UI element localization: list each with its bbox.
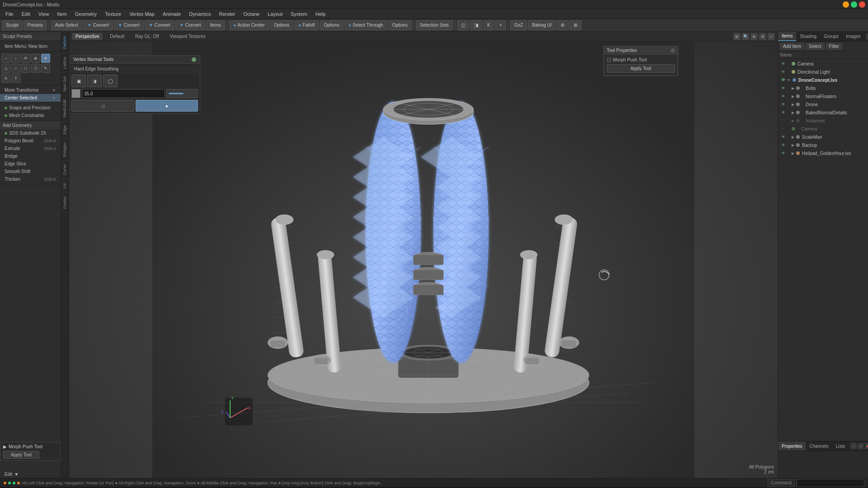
apply-tool-button[interactable]: Apply Tool [3,451,39,459]
vp-tab-perspective[interactable]: Perspective [72,33,103,40]
select-button[interactable]: Select [806,43,825,50]
tree-item-dirlight[interactable]: 👁 Directional Light [778,68,868,76]
sv-tab-fusion[interactable]: Fusion [61,192,69,212]
arrow-backup[interactable]: ▶ [792,143,794,147]
vnt-btn-1[interactable]: ◁ [71,100,134,112]
options-button-1[interactable]: Options [270,20,293,30]
menu-octane[interactable]: Octane [240,10,263,18]
eye-backup[interactable]: 👁 [780,142,786,148]
arrow-scaleman[interactable]: ▶ [792,135,794,139]
icon-btn-4[interactable]: + [495,20,506,30]
tree-item-drone[interactable]: 👁 ▶ Drone [778,100,868,108]
item-menu-item[interactable]: Item Menu: New Item [0,42,61,50]
menu-vertex-map[interactable]: Vertex Map [126,10,158,18]
rt-tab-shading[interactable]: Shading [796,32,820,41]
vp-tab-ray-gl[interactable]: Ray GL: Off [132,33,163,40]
convert-button-1[interactable]: ▼ Convert [83,20,113,30]
eye-drone[interactable]: 👁 [780,101,786,108]
sv-tab-mesh-edit[interactable]: Mesh Edit [61,95,69,121]
selection-sets-button[interactable]: Selection Sets [416,20,453,30]
goz-button[interactable]: GoZ [510,20,527,30]
baking-ui-button[interactable]: Baking UI [528,20,556,30]
eye-bakednormal[interactable]: 👁 [780,109,786,116]
sv-tab-lattice[interactable]: Lattice [61,53,69,73]
tool-props-header[interactable]: Tool Properties [604,47,678,55]
vp-icon-expand[interactable]: ⤢ [768,33,775,40]
rt-tab-images[interactable]: Images [842,32,864,41]
tree-item-normalfloaters[interactable]: 👁 ▶ NormalFloaters [778,92,868,100]
icon-btn-5[interactable]: ⚙ [557,20,569,30]
smooth-shift-item[interactable]: Smooth Shift [0,168,61,175]
mesh-constraints-item[interactable]: Mesh Constraints [0,112,61,119]
polygon-bevel-item[interactable]: Polygon Bevel Shift-B [0,137,61,145]
convert-button-2[interactable]: ▼ Convert [114,20,144,30]
convert-button-3[interactable]: ▼ Convert [145,20,175,30]
transform-btn-4[interactable]: ⊕ [31,54,40,63]
menu-geometry[interactable]: Geometry [71,10,100,18]
rt-tab-groups[interactable]: Groups [820,32,842,41]
add-geometry-header[interactable]: Add Geometry [0,122,61,129]
add-item-button[interactable]: Add Item [780,43,804,50]
transform-btn-5[interactable]: △ [1,64,10,73]
tree-item-bakednormal[interactable]: 👁 ▶ BakedNormalDetails [778,108,868,117]
viewport-3d[interactable]: X Y Z Tool Properties Morph Push Tool Ap… [69,42,778,478]
transform-btn-active[interactable]: ✦ [41,54,50,63]
menu-render[interactable]: Render [215,10,239,18]
vnt-icon-btn-1[interactable]: ▣ [71,75,86,87]
tree-item-scaleman[interactable]: 👁 ▶ ScaleMan [778,133,868,141]
more-transforms-item[interactable]: More Transforms ▼ [0,86,61,94]
arrow-droneconcept[interactable]: ▼ [787,78,791,82]
extrude-item[interactable]: Extrude Shift-X [0,145,61,152]
tree-item-helipad[interactable]: 👁 ▶ Helipad_GoldenHour.lxe [778,149,868,157]
transform-btn-11[interactable]: T [11,74,20,83]
edge-slice-item[interactable]: Edge Slice [0,160,61,168]
eye-droneconcept[interactable]: 👁 [780,77,786,83]
falloff-button[interactable]: ● Falloff [294,20,319,30]
eye-instances[interactable]: 👁 [780,117,786,124]
vp-tab-default[interactable]: Default [106,33,128,40]
sv-tab-deform[interactable]: Deform [61,32,69,53]
convert-button-4[interactable]: ▼ Convert [175,20,205,30]
sv-tab-item-set[interactable]: Item Set [61,72,69,95]
transform-btn-10[interactable]: A [1,74,10,83]
menu-layout[interactable]: Layout [264,10,286,18]
items-button[interactable]: Items [206,20,225,30]
sv-tab-curve[interactable]: Curve [61,160,69,179]
center-selected-item[interactable]: Center Selected ▼ [0,94,61,102]
tree-item-instances[interactable]: 👁 ▶ Instances [778,117,868,125]
arrow-normalfloaters[interactable]: ▶ [792,94,794,99]
vnt-icon-btn-2[interactable]: ◑ [87,75,102,87]
transform-btn-3[interactable]: ⟳ [21,54,30,63]
prop-tab-channels[interactable]: Channels [806,441,832,450]
tool-props-apply-button[interactable]: Apply Tool [607,64,675,73]
vnt-color-swatch[interactable] [71,89,80,98]
sv-tab-polygon[interactable]: Polygon [61,138,69,161]
close-button[interactable] [859,1,865,8]
vnt-icon-btn-3[interactable]: ◯ [103,75,118,87]
transform-btn-9[interactable]: ✎ [41,64,50,73]
eye-helipad[interactable]: 👁 [780,150,786,156]
bridge-item[interactable]: Bridge [0,152,61,160]
eye-camera-2[interactable]: 👁 [780,126,786,132]
vnt-value-input[interactable] [82,89,165,98]
vp-tab-viewport-textures[interactable]: Viewport Textures [166,33,209,40]
prop-tab-properties[interactable]: Properties [778,441,806,450]
menu-texture[interactable]: Texture [101,10,125,18]
options-button-2[interactable]: Options [320,20,343,30]
transform-btn-2[interactable]: ↕ [11,54,20,63]
vnt-slider-container[interactable] [166,89,198,98]
icon-btn-3[interactable]: K [483,20,495,30]
eye-dirlight[interactable]: 👁 [780,69,786,75]
vp-icon-grid[interactable]: ⊞ [733,33,741,40]
tree-item-backup[interactable]: 👁 ▶ Backup [778,141,868,149]
sv-tab-uv[interactable]: UV [61,179,69,192]
eye-scaleman[interactable]: 👁 [780,134,786,140]
arrow-bakednormal[interactable]: ▶ [792,111,794,115]
vp-icon-search[interactable]: 🔍 [742,33,749,40]
eye-normalfloaters[interactable]: 👁 [780,93,786,99]
arrow-bolts[interactable]: ▶ [792,86,794,90]
icon-btn-2[interactable]: ◨ [470,20,482,30]
scene-tree[interactable]: 👁 Camera 👁 Directional Light 👁 ▼ DroneCo… [778,59,868,441]
menu-file[interactable]: File [2,10,17,18]
transform-btn-8[interactable]: ⬡ [31,64,40,73]
